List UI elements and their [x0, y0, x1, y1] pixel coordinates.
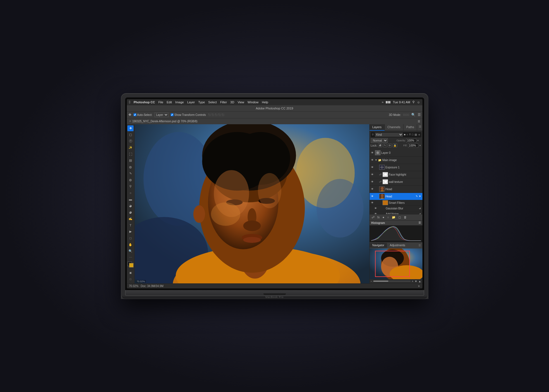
tool-screen-mode[interactable]: □	[127, 276, 134, 282]
tool-eraser[interactable]: ○	[127, 190, 134, 196]
search-icon[interactable]: ⚲	[412, 100, 415, 104]
tool-hand[interactable]: ✋	[127, 242, 134, 248]
tab-adjustments[interactable]: Adjustments	[387, 243, 408, 248]
layer-visibility-head1[interactable]: 👁	[371, 187, 374, 191]
background-color[interactable]	[129, 263, 134, 267]
menu-view[interactable]: View	[237, 101, 244, 104]
tool-pen[interactable]: ✍	[127, 216, 134, 222]
layer-visibility-main-image[interactable]: 👁	[371, 158, 374, 162]
tool-dodge[interactable]: ◕	[127, 209, 134, 215]
tool-rect-marquee[interactable]: ▢	[127, 132, 134, 138]
opacity-input[interactable]	[406, 138, 416, 143]
nav-zoom-out-icon[interactable]: −	[371, 280, 372, 283]
btn-link-layers[interactable]: ☍	[371, 215, 375, 219]
tab-layers[interactable]: Layers	[370, 124, 385, 131]
tool-history-brush[interactable]: ⚲	[127, 183, 134, 189]
layer-item-head2[interactable]: 👁 Head ✎ ▼	[370, 193, 422, 200]
filter-type-icon[interactable]: T	[409, 133, 411, 136]
filter-shape-icon[interactable]: □	[412, 133, 413, 136]
head2-expand-icon[interactable]: ▼	[419, 195, 421, 198]
btn-add-mask[interactable]: ●	[382, 215, 385, 219]
tool-crop[interactable]: ⛶	[127, 151, 134, 157]
tool-shape[interactable]: □	[127, 235, 134, 241]
tool-quick-mask[interactable]: ▣	[127, 270, 134, 276]
scroll-indicator-h[interactable]: ▶	[418, 285, 420, 287]
fill-arrow[interactable]: ▼	[419, 144, 421, 147]
tool-spot-heal[interactable]: ◍	[127, 164, 134, 170]
nav-zoom-in-icon[interactable]: +	[412, 280, 413, 283]
gaussian-filter-icon[interactable]: ⛸	[419, 207, 421, 210]
layer-item-face-highlight[interactable]: 👁 ☍ Face highlight	[370, 171, 422, 178]
filter-adj-icon[interactable]: ○	[407, 133, 408, 136]
tab-channels[interactable]: Channels	[385, 124, 403, 131]
menu-type[interactable]: Type	[198, 101, 205, 104]
tool-eyedropper[interactable]: ▤	[127, 157, 134, 163]
layer-item-exposure1[interactable]: 👁 Exposure 1	[370, 164, 422, 171]
layer-item-wall-texture[interactable]: 👁 ☍ wall texture	[370, 178, 422, 186]
menu-3d[interactable]: 3D	[230, 101, 234, 104]
btn-fx[interactable]: fx	[377, 215, 381, 219]
btn-new-group[interactable]: 📁	[391, 215, 396, 219]
tool-path-select[interactable]: ▶	[127, 229, 134, 235]
filter-kind-select[interactable]: Kind	[375, 133, 403, 137]
tab-paths[interactable]: Paths	[403, 124, 417, 131]
tool-clone[interactable]: ◍	[127, 177, 134, 183]
lock-pixels-icon[interactable]: ✎	[383, 144, 387, 147]
filter-toggle[interactable]: ◆	[418, 133, 420, 136]
layer-visibility-wall-texture[interactable]: 👁	[371, 180, 374, 183]
options-icon[interactable]: ☰	[418, 113, 421, 117]
lock-transparency-icon[interactable]: ⛘	[378, 144, 382, 147]
layer-visibility-head2[interactable]: 👁	[371, 195, 374, 198]
nav-zoom-in-triangle[interactable]: ▲	[419, 280, 421, 283]
nav-zoom-out-triangle[interactable]: ▼	[415, 280, 417, 283]
blend-mode-select[interactable]: Normal	[371, 138, 388, 143]
menu-select[interactable]: Select	[208, 101, 217, 104]
btn-new-layer[interactable]: ◻	[398, 215, 402, 219]
menu-window[interactable]: Window	[248, 101, 258, 104]
head2-options-icon[interactable]: ✎	[416, 195, 418, 198]
layer-visibility-face-highlight[interactable]: 👁	[371, 173, 374, 176]
tool-more[interactable]: ⋯	[127, 255, 134, 260]
layer-item-add-noise[interactable]: 👁 Add Noise ⛸	[370, 211, 422, 214]
opacity-arrow[interactable]: ▼	[417, 139, 419, 142]
tool-brush[interactable]: ✎	[127, 171, 134, 176]
menu-layer[interactable]: Layer	[187, 101, 195, 104]
folder-expand-icon[interactable]: ▼	[375, 159, 377, 161]
menu-help[interactable]: Help	[262, 101, 268, 104]
panel-menu-icon[interactable]: ☰	[417, 124, 422, 131]
btn-new-fill[interactable]: ○	[386, 215, 390, 219]
tab-navigator[interactable]: Navigator	[370, 243, 387, 248]
checkbox-transform[interactable]: Show Transform Controls	[171, 113, 206, 116]
filter-smart-icon[interactable]: ▤	[415, 133, 417, 136]
layer-item-layer0[interactable]: 👁 Layer 0	[370, 149, 422, 157]
tool-zoom[interactable]: 🔍	[127, 248, 134, 254]
navigator-menu-icon[interactable]: ☰	[417, 243, 422, 248]
lock-all-icon[interactable]: 🔒	[393, 144, 397, 147]
tool-blur[interactable]: ◕	[127, 203, 134, 209]
autoselect-dropdown[interactable]: Layer	[155, 113, 168, 117]
layer-item-main-image[interactable]: 👁 ▼ 📁 Main image	[370, 157, 422, 164]
layer-item-head1[interactable]: 👁 Head	[370, 186, 422, 193]
nav-zoom-slider[interactable]	[373, 281, 411, 282]
ps-app-name[interactable]: Photoshop CC	[134, 101, 155, 104]
layer-item-smart-filters[interactable]: 👁 Smart Filters	[370, 200, 422, 206]
tool-type[interactable]: T	[127, 222, 134, 228]
checkbox-autoselect[interactable]: Auto-Select:	[134, 113, 152, 116]
layer-visibility-exposure1[interactable]: 👁	[371, 166, 374, 169]
tool-lasso[interactable]: Ⓣ	[127, 138, 134, 144]
panel-toggle-icon[interactable]: ☰	[418, 120, 420, 123]
layer-item-gaussian-blur[interactable]: 👁 Gaussian Blur ⛸	[370, 206, 422, 211]
tool-gradient[interactable]: ▬	[127, 196, 134, 202]
doc-close-icon[interactable]: ✕	[129, 120, 131, 123]
doc-tab-name[interactable]: 190325_NYC_Derek-Afternoon.psd @ 70% (RG…	[132, 120, 198, 123]
filter-pixel-icon[interactable]: ■	[404, 133, 405, 136]
layer-visibility-gaussian-blur[interactable]: 👁	[374, 207, 377, 210]
lock-position-icon[interactable]: ✜	[388, 144, 392, 147]
apple-logo-icon[interactable]: 	[129, 100, 130, 104]
histogram-menu-icon[interactable]: ☰	[419, 221, 421, 224]
btn-delete-layer[interactable]: 🗑	[403, 215, 408, 219]
tool-magic-wand[interactable]: ✨	[127, 145, 134, 150]
ps-canvas[interactable]: 70.02%	[135, 124, 369, 283]
layer-visibility-smart-filters[interactable]: 👁	[371, 201, 374, 204]
search-ps-icon[interactable]: 🔍	[411, 113, 415, 117]
